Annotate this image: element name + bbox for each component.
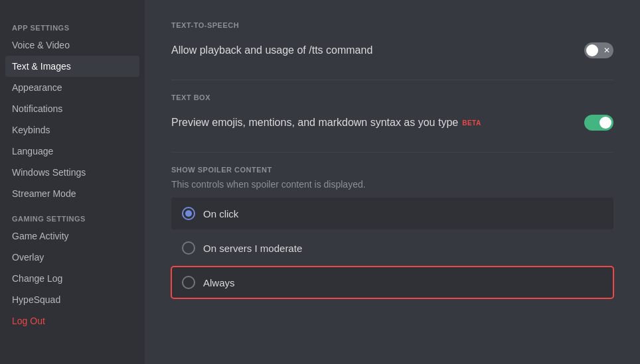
divider-2 [171,152,613,152]
radio-on-servers-circle [182,241,195,255]
tts-toggle[interactable]: ✕ [584,42,613,58]
app-settings-label: APP SETTINGS [5,13,139,34]
sidebar-item-windows-settings[interactable]: Windows Settings [5,162,139,183]
textbox-setting-row: Preview emojis, mentions, and markdown s… [171,107,613,139]
sidebar-item-hypesquad[interactable]: HypeSquad [5,289,139,310]
textbox-toggle-check-icon: ✓ [603,119,611,127]
tts-section-label: TEXT-TO-SPEECH [171,21,613,29]
sidebar-item-overlay[interactable]: Overlay [5,247,139,268]
sidebar-item-notifications[interactable]: Notifications [5,98,139,119]
sidebar-item-language[interactable]: Language [5,141,139,162]
sidebar-item-keybinds[interactable]: Keybinds [5,119,139,141]
main-content: TEXT-TO-SPEECH Allow playback and usage … [145,0,640,364]
radio-on-click-label: On click [203,208,238,219]
radio-always-circle [182,276,195,289]
sidebar-item-streamer-mode[interactable]: Streamer Mode [5,183,139,204]
sidebar-item-log-out[interactable]: Log Out [5,310,139,332]
spoiler-description: This controls when spoiler content is di… [171,179,613,190]
tts-toggle-x-icon: ✕ [603,46,610,54]
spoiler-section-label: SHOW SPOILER CONTENT [171,166,613,174]
divider-1 [171,80,613,80]
radio-on-click[interactable]: On click [171,198,613,229]
sidebar-item-game-activity[interactable]: Game Activity [5,225,139,247]
radio-on-servers-label: On servers I moderate [203,243,302,254]
radio-on-click-circle [182,207,195,220]
radio-always-label: Always [203,277,235,288]
sidebar-item-change-log[interactable]: Change Log [5,268,139,289]
beta-badge: BETA [462,119,481,127]
sidebar-item-voice-video[interactable]: Voice & Video [5,34,139,56]
radio-always[interactable]: Always [171,267,613,298]
textbox-description: Preview emojis, mentions, and markdown s… [171,117,481,129]
gaming-settings-label: GAMING SETTINGS [5,204,139,225]
tts-setting-row: Allow playback and usage of /tts command… [171,34,613,66]
tts-toggle-knob [586,44,598,56]
radio-on-servers[interactable]: On servers I moderate [171,232,613,264]
sidebar-item-appearance[interactable]: Appearance [5,77,139,98]
tts-description: Allow playback and usage of /tts command [171,44,372,56]
textbox-section-label: TEXT BOX [171,93,613,101]
spoiler-section: SHOW SPOILER CONTENT This controls when … [171,166,613,298]
sidebar-item-text-images[interactable]: Text & Images [5,56,139,77]
textbox-toggle[interactable]: ✓ [584,115,613,131]
sidebar: APP SETTINGS Voice & Video Text & Images… [0,0,145,364]
